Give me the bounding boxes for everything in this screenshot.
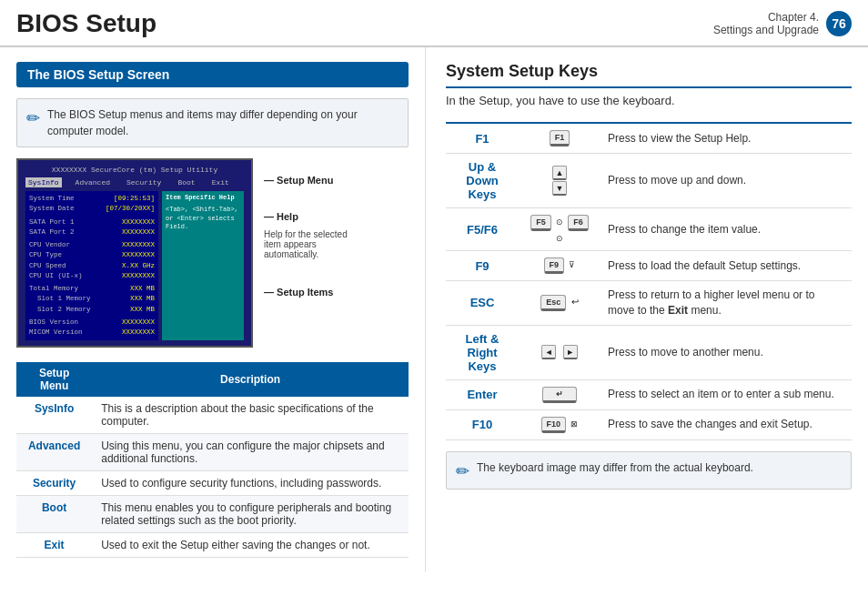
page-header: BIOS Setup Chapter 4. Settings and Upgra… [0,0,868,47]
key-label-leftright: Left & RightKeys [446,325,519,379]
key-row-enter: Enter ↵ Press to select an item or to en… [446,379,852,409]
key-icon-f9: F9 ⊽ [519,251,601,281]
table-row: Security Used to configure security func… [16,471,409,496]
bios-screen-section: XXXXXXXX SecureCore (tm) Setup Utility S… [16,158,409,348]
main-content: The BIOS Setup Screen ✏ The BIOS Setup m… [0,47,868,572]
arrow-up-icon: ▲ [552,166,567,180]
note-icon: ✏ [26,108,40,128]
key-desc-esc: Press to return to a higher level menu o… [601,281,852,326]
bios-screen: XXXXXXXX SecureCore (tm) Setup Utility S… [16,158,253,348]
key-icon-f1: F1 [519,123,601,154]
page-number: 76 [826,11,852,36]
key-row-leftright: Left & RightKeys ◄ ► Press to move to an… [446,325,852,379]
note-text: The BIOS Setup menus and items may diffe… [47,106,399,139]
key-icon-updown: ▲ ▼ [519,154,601,208]
bios-menu-advanced: Advanced [73,177,113,187]
key-row-f5f6: F5/F6 F5 ⊙ F6 ⊙ Press to change the item… [446,208,852,251]
key-row-f10: F10 F10 ⊠ Press to save the changes and … [446,409,852,439]
bios-annotations: — Setup Menu — Help Help for the selecte… [253,175,355,348]
menu-name-boot: Boot [16,496,92,533]
key-icon-esc: Esc ↩ [519,281,601,326]
menu-desc-advanced: Using this menu, you can configure the m… [92,434,409,471]
page-title: BIOS Setup [16,9,156,38]
key-icon-f10: F10 ⊠ [519,409,601,439]
menu-desc-exit: Used to exit the Setup either saving the… [92,533,409,558]
menu-name-advanced: Advanced [16,434,92,471]
bios-menu-exit: Exit [209,177,232,187]
bios-menu-security: Security [124,177,164,187]
annotation-setup-menu: — Setup Menu [264,175,355,186]
note-box: ✏ The BIOS Setup menus and items may dif… [16,98,409,147]
key-desc-f9: Press to load the default Setup settings… [601,251,852,281]
key-icon-enter: ↵ [519,379,601,409]
annotation-help-desc: Help for the selected item appears autom… [264,229,355,259]
menu-desc-sysinfo: This is a description about the basic sp… [92,397,409,434]
menu-desc-boot: This menu enables you to configure perip… [92,496,409,533]
key-label-esc: ESC [446,281,519,326]
key-icon-f5f6: F5 ⊙ F6 ⊙ [519,208,601,251]
annotation-setup-items: — Setup Items [264,287,355,298]
key-desc-f1: Press to view the Setup Help. [601,123,852,154]
annotation-help: — Help [264,211,355,222]
menu-desc-security: Used to configure security functions, in… [92,471,409,496]
key-row-updown: Up & DownKeys ▲ ▼ Press to move up and d… [446,154,852,208]
right-section-title: System Setup Keys [446,62,852,88]
key-row-esc: ESC Esc ↩ Press to return to a higher le… [446,281,852,326]
table-row: Boot This menu enables you to configure … [16,496,409,533]
bottom-note-icon: ✏ [456,461,469,481]
arrow-down-icon: ▼ [552,181,567,196]
key-label-f9: F9 [446,251,519,281]
menu-name-sysinfo: SysInfo [16,397,92,434]
header-right: Chapter 4. Settings and Upgrade 76 [713,11,852,36]
key-label-f5f6: F5/F6 [446,208,519,251]
key-label-f1: F1 [446,123,519,154]
right-intro: In the Setup, you have to use the keyboa… [446,94,852,107]
chapter-label: Chapter 4. Settings and Upgrade [713,11,819,36]
bios-content: System Time[09:25:53] System Date[07/30/… [25,191,244,340]
bios-menu-boot: Boot [175,177,197,187]
bios-help-panel: Item Specific Help <Tab>, <Shift-Tab>, o… [162,191,244,340]
key-desc-enter: Press to select an item or to enter a su… [601,379,852,409]
table-row: SysInfo This is a description about the … [16,397,409,434]
key-row-f1: F1 F1 Press to view the Setup Help. [446,123,852,154]
setup-menu-table: Setup Menu Description SysInfo This is a… [16,362,409,558]
keys-table: F1 F1 Press to view the Setup Help. Up &… [446,122,852,440]
arrow-right-icon: ► [563,345,578,359]
key-label-f10: F10 [446,409,519,439]
bios-title: XXXXXXXX SecureCore (tm) Setup Utility [25,166,244,174]
key-label-updown: Up & DownKeys [446,154,519,208]
key-desc-leftright: Press to move to another menu. [601,325,852,379]
key-row-f9: F9 F9 ⊽ Press to load the default Setup … [446,251,852,281]
bottom-note-box: ✏ The keyboard image may differ from the… [446,451,852,490]
left-column: The BIOS Setup Screen ✏ The BIOS Setup m… [0,47,426,572]
key-desc-f5f6: Press to change the item value. [601,208,852,251]
menu-name-security: Security [16,471,92,496]
table-row: Exit Used to exit the Setup either savin… [16,533,409,558]
arrow-left-icon: ◄ [541,345,556,359]
left-section-title: The BIOS Setup Screen [16,62,409,87]
key-desc-updown: Press to move up and down. [601,154,852,208]
key-icon-leftright: ◄ ► [519,325,601,379]
menu-name-exit: Exit [16,533,92,558]
right-column: System Setup Keys In the Setup, you have… [426,47,868,572]
bios-menu-sysinfo: SysInfo [25,177,62,187]
table-row: Advanced Using this menu, you can config… [16,434,409,471]
bios-menu-bar: SysInfo Advanced Security Boot Exit [25,177,244,187]
key-label-enter: Enter [446,379,519,409]
bios-main-panel: System Time[09:25:53] System Date[07/30/… [25,191,158,340]
table-header-desc: Description [92,362,409,397]
key-desc-f10: Press to save the changes and exit Setup… [601,409,852,439]
table-header-menu: Setup Menu [16,362,92,397]
bottom-note-text: The keyboard image may differ from the a… [477,459,753,476]
